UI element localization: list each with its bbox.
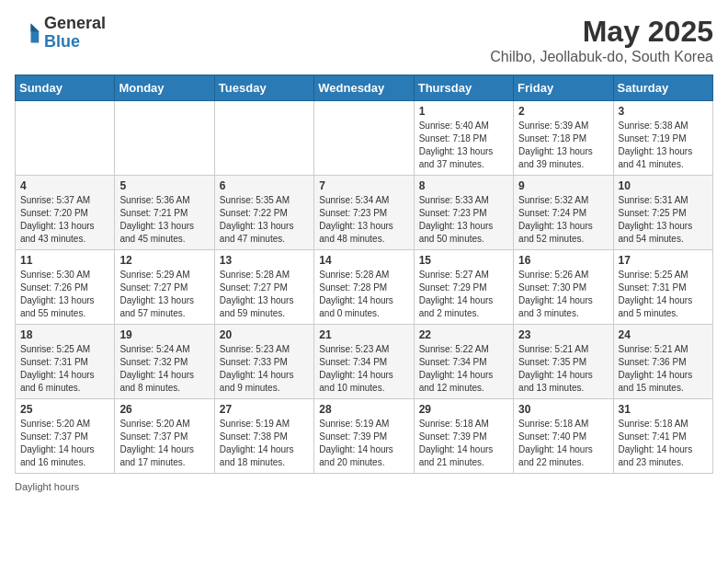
- day-number: 13: [220, 254, 309, 267]
- weekday-header-friday: Friday: [514, 75, 613, 101]
- day-number: 5: [119, 179, 209, 192]
- calendar-cell: 27Sunrise: 5:19 AM Sunset: 7:38 PM Dayli…: [214, 399, 313, 474]
- calendar-cell: 13Sunrise: 5:28 AM Sunset: 7:27 PM Dayli…: [214, 250, 313, 325]
- weekday-header-saturday: Saturday: [613, 75, 712, 101]
- calendar-cell: 12Sunrise: 5:29 AM Sunset: 7:27 PM Dayli…: [115, 250, 214, 325]
- day-info: Sunrise: 5:26 AM Sunset: 7:30 PM Dayligh…: [518, 269, 608, 320]
- calendar-cell: 22Sunrise: 5:22 AM Sunset: 7:34 PM Dayli…: [414, 325, 513, 399]
- day-number: 7: [319, 179, 408, 192]
- weekday-header-wednesday: Wednesday: [314, 75, 414, 101]
- day-info: Sunrise: 5:40 AM Sunset: 7:18 PM Dayligh…: [419, 120, 508, 171]
- day-info: Sunrise: 5:20 AM Sunset: 7:37 PM Dayligh…: [20, 418, 109, 469]
- calendar-cell: 6Sunrise: 5:35 AM Sunset: 7:22 PM Daylig…: [214, 176, 313, 250]
- main-title: May 2025: [490, 15, 713, 49]
- day-info: Sunrise: 5:21 AM Sunset: 7:35 PM Dayligh…: [518, 343, 608, 395]
- header: General Blue May 2025 Chilbo, Jeollabuk-…: [15, 15, 713, 65]
- day-info: Sunrise: 5:32 AM Sunset: 7:24 PM Dayligh…: [518, 194, 608, 246]
- day-info: Sunrise: 5:22 AM Sunset: 7:34 PM Dayligh…: [419, 343, 508, 395]
- day-number: 19: [119, 328, 209, 341]
- day-info: Sunrise: 5:39 AM Sunset: 7:18 PM Dayligh…: [518, 120, 608, 171]
- day-info: Sunrise: 5:23 AM Sunset: 7:34 PM Dayligh…: [319, 343, 408, 395]
- calendar-cell: 18Sunrise: 5:25 AM Sunset: 7:31 PM Dayli…: [16, 325, 115, 399]
- day-number: 10: [619, 179, 708, 192]
- day-info: Sunrise: 5:30 AM Sunset: 7:26 PM Dayligh…: [20, 269, 109, 320]
- day-info: Sunrise: 5:19 AM Sunset: 7:39 PM Dayligh…: [319, 418, 408, 469]
- calendar-cell: 14Sunrise: 5:28 AM Sunset: 7:28 PM Dayli…: [314, 250, 414, 325]
- day-info: Sunrise: 5:18 AM Sunset: 7:40 PM Dayligh…: [518, 418, 608, 469]
- weekday-header-sunday: Sunday: [16, 75, 115, 101]
- footer-note: Daylight hours: [15, 481, 713, 492]
- day-info: Sunrise: 5:27 AM Sunset: 7:29 PM Dayligh…: [419, 269, 508, 320]
- weekday-header-tuesday: Tuesday: [214, 75, 313, 101]
- weekday-header-monday: Monday: [115, 75, 214, 101]
- day-number: 12: [119, 254, 209, 267]
- day-info: Sunrise: 5:18 AM Sunset: 7:41 PM Dayligh…: [619, 418, 708, 469]
- day-info: Sunrise: 5:28 AM Sunset: 7:27 PM Dayligh…: [220, 269, 309, 320]
- day-number: 3: [619, 105, 708, 118]
- logo-icon: [15, 20, 40, 46]
- calendar-cell: 16Sunrise: 5:26 AM Sunset: 7:30 PM Dayli…: [514, 250, 613, 325]
- calendar-cell: [314, 101, 414, 176]
- day-number: 27: [220, 403, 309, 416]
- day-info: Sunrise: 5:29 AM Sunset: 7:27 PM Dayligh…: [119, 269, 209, 320]
- calendar-cell: 15Sunrise: 5:27 AM Sunset: 7:29 PM Dayli…: [414, 250, 513, 325]
- day-number: 24: [619, 328, 708, 341]
- calendar-cell: 28Sunrise: 5:19 AM Sunset: 7:39 PM Dayli…: [314, 399, 414, 474]
- calendar-cell: 1Sunrise: 5:40 AM Sunset: 7:18 PM Daylig…: [414, 101, 513, 176]
- week-row-5: 25Sunrise: 5:20 AM Sunset: 7:37 PM Dayli…: [16, 399, 713, 474]
- calendar-cell: 31Sunrise: 5:18 AM Sunset: 7:41 PM Dayli…: [613, 399, 712, 474]
- day-number: 23: [518, 328, 608, 341]
- calendar-cell: 2Sunrise: 5:39 AM Sunset: 7:18 PM Daylig…: [514, 101, 613, 176]
- calendar-cell: [214, 101, 313, 176]
- calendar-cell: 9Sunrise: 5:32 AM Sunset: 7:24 PM Daylig…: [514, 176, 613, 250]
- day-number: 9: [518, 179, 608, 192]
- day-number: 18: [20, 328, 109, 341]
- day-info: Sunrise: 5:25 AM Sunset: 7:31 PM Dayligh…: [20, 343, 109, 395]
- calendar-cell: 29Sunrise: 5:18 AM Sunset: 7:39 PM Dayli…: [414, 399, 513, 474]
- day-number: 11: [20, 254, 109, 267]
- week-row-1: 1Sunrise: 5:40 AM Sunset: 7:18 PM Daylig…: [16, 101, 713, 176]
- day-number: 8: [419, 179, 508, 192]
- day-number: 4: [20, 179, 109, 192]
- calendar-cell: 21Sunrise: 5:23 AM Sunset: 7:34 PM Dayli…: [314, 325, 414, 399]
- logo-line2: Blue: [44, 33, 106, 52]
- calendar-cell: 25Sunrise: 5:20 AM Sunset: 7:37 PM Dayli…: [16, 399, 115, 474]
- day-info: Sunrise: 5:37 AM Sunset: 7:20 PM Dayligh…: [20, 194, 109, 246]
- day-info: Sunrise: 5:20 AM Sunset: 7:37 PM Dayligh…: [119, 418, 209, 469]
- calendar-cell: 5Sunrise: 5:36 AM Sunset: 7:21 PM Daylig…: [115, 176, 214, 250]
- day-number: 26: [119, 403, 209, 416]
- day-number: 16: [518, 254, 608, 267]
- day-number: 14: [319, 254, 408, 267]
- day-info: Sunrise: 5:19 AM Sunset: 7:38 PM Dayligh…: [220, 418, 309, 469]
- day-number: 1: [419, 105, 508, 118]
- calendar-cell: 30Sunrise: 5:18 AM Sunset: 7:40 PM Dayli…: [514, 399, 613, 474]
- title-area: May 2025 Chilbo, Jeollabuk-do, South Kor…: [490, 15, 713, 65]
- calendar-cell: 7Sunrise: 5:34 AM Sunset: 7:23 PM Daylig…: [314, 176, 414, 250]
- calendar-cell: 26Sunrise: 5:20 AM Sunset: 7:37 PM Dayli…: [115, 399, 214, 474]
- calendar-cell: [16, 101, 115, 176]
- day-number: 6: [220, 179, 309, 192]
- day-info: Sunrise: 5:24 AM Sunset: 7:32 PM Dayligh…: [119, 343, 209, 395]
- day-info: Sunrise: 5:21 AM Sunset: 7:36 PM Dayligh…: [619, 343, 708, 395]
- calendar-cell: 10Sunrise: 5:31 AM Sunset: 7:25 PM Dayli…: [613, 176, 712, 250]
- day-info: Sunrise: 5:31 AM Sunset: 7:25 PM Dayligh…: [619, 194, 708, 246]
- day-info: Sunrise: 5:38 AM Sunset: 7:19 PM Dayligh…: [619, 120, 708, 171]
- day-info: Sunrise: 5:18 AM Sunset: 7:39 PM Dayligh…: [419, 418, 508, 469]
- calendar-header: SundayMondayTuesdayWednesdayThursdayFrid…: [16, 75, 713, 101]
- day-info: Sunrise: 5:28 AM Sunset: 7:28 PM Dayligh…: [319, 269, 408, 320]
- calendar-cell: 11Sunrise: 5:30 AM Sunset: 7:26 PM Dayli…: [16, 250, 115, 325]
- day-number: 29: [419, 403, 508, 416]
- calendar-cell: 8Sunrise: 5:33 AM Sunset: 7:23 PM Daylig…: [414, 176, 513, 250]
- day-number: 15: [419, 254, 508, 267]
- week-row-4: 18Sunrise: 5:25 AM Sunset: 7:31 PM Dayli…: [16, 325, 713, 399]
- day-number: 17: [619, 254, 708, 267]
- day-number: 20: [220, 328, 309, 341]
- day-number: 21: [319, 328, 408, 341]
- calendar-cell: 24Sunrise: 5:21 AM Sunset: 7:36 PM Dayli…: [613, 325, 712, 399]
- week-row-3: 11Sunrise: 5:30 AM Sunset: 7:26 PM Dayli…: [16, 250, 713, 325]
- calendar-cell: 19Sunrise: 5:24 AM Sunset: 7:32 PM Dayli…: [115, 325, 214, 399]
- week-row-2: 4Sunrise: 5:37 AM Sunset: 7:20 PM Daylig…: [16, 176, 713, 250]
- calendar-cell: 20Sunrise: 5:23 AM Sunset: 7:33 PM Dayli…: [214, 325, 313, 399]
- day-info: Sunrise: 5:36 AM Sunset: 7:21 PM Dayligh…: [119, 194, 209, 246]
- calendar-cell: 4Sunrise: 5:37 AM Sunset: 7:20 PM Daylig…: [16, 176, 115, 250]
